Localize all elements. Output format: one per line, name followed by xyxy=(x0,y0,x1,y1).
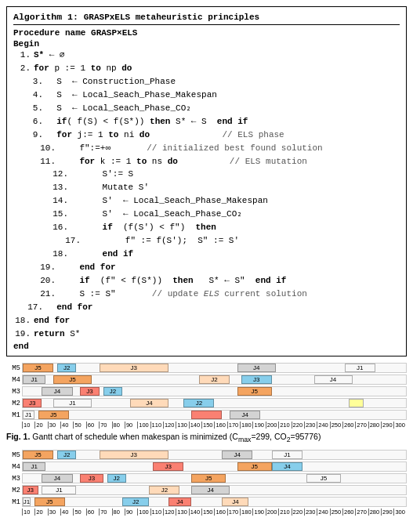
bar-j4: J4 xyxy=(168,498,191,506)
gantt-row-m5-2: M5 J5 J2 J3 J4 J1 xyxy=(6,450,407,461)
gantt-label-m5-2: M5 xyxy=(6,451,20,459)
bar-j2: J2 xyxy=(57,451,76,459)
bar-j2: J2 xyxy=(57,364,76,372)
bar-j2: J2 xyxy=(183,399,214,407)
bar-j3: J3 xyxy=(153,462,183,471)
gantt-bars-m2-1: J3 J1 J4 J2 xyxy=(22,398,407,408)
bar-j4: J4 xyxy=(42,474,72,483)
bar-j2: J2 xyxy=(103,387,122,396)
algorithm-box: Algorithm 1: GRASPxELS metaheuristic pri… xyxy=(6,6,407,356)
bar-j1: J1 xyxy=(23,411,34,419)
proc-label: Procedure name xyxy=(13,28,91,38)
algorithm-name: GRASPxELS metaheuristic principles xyxy=(84,13,259,22)
gantt-label-m1-2: M1 xyxy=(6,498,20,506)
bar-special xyxy=(349,399,364,407)
bar-j3: J3 xyxy=(241,375,272,384)
algo-line-3: 3. S ← Construction_Phase xyxy=(13,76,400,89)
gantt-bars-m4-2: J1 J5 J3 J4 xyxy=(22,461,407,472)
bar-j1: J1 xyxy=(23,462,45,471)
gantt-chart-1: M5 J5 J2 J3 J4 J1 M4 J1 J5 J2 J3 J4 M3 xyxy=(6,363,407,443)
gantt-bars-m5-2: J5 J2 J3 J4 J1 xyxy=(22,450,407,460)
bar-j5: J5 xyxy=(38,411,69,419)
gantt-label-m2: M2 xyxy=(6,400,20,407)
algo-line-14: 14. S′ ← Local_Seach_Phase_Makespan xyxy=(13,195,400,208)
gantt-bars-m3-1: J4 J3 J2 J5 xyxy=(22,386,407,396)
algo-line-9: 9. for j:= 1 to ni do // ELS phase xyxy=(13,129,400,142)
bar-j5: J5 xyxy=(23,364,53,372)
bar-j1: J1 xyxy=(23,498,31,506)
algo-line-6: 6. if( f(S) < f(S*)) then S* ← S end if xyxy=(13,116,400,128)
bar-j3: J3 xyxy=(100,451,168,459)
gantt-axis-2: 10 20 30 40 50 60 70 80 90 100 110 120 1… xyxy=(22,508,407,516)
bar-j1: J1 xyxy=(23,375,45,384)
algo-line-12: 12. S′:= S xyxy=(13,168,400,181)
bar-j5b: J5 xyxy=(306,474,341,483)
bar-j4: J4 xyxy=(230,411,260,419)
gantt-row-m4-1: M4 J1 J5 J2 J3 J4 xyxy=(6,375,407,385)
bar-j4: J4 xyxy=(42,387,72,396)
bar-j5: J5 xyxy=(34,498,65,506)
gantt-label-m4-2: M4 xyxy=(6,463,20,471)
bar-j3 xyxy=(191,411,222,419)
bar-j1: J1 xyxy=(345,364,375,372)
bar-j1: J1 xyxy=(53,399,92,407)
bar-j4: J4 xyxy=(130,399,168,407)
gantt-row-m3-1: M3 J4 J3 J2 J5 xyxy=(6,386,407,397)
gantt-row-m3-2: M3 J4 J3 J2 J5 J5 xyxy=(6,473,407,484)
gantt-label-m5: M5 xyxy=(6,364,20,372)
bar-j4b: J4 xyxy=(222,498,248,506)
algo-line-13: 13. Mutate S′ xyxy=(13,182,400,194)
algo-line-10: 10. f″:=+∞ // initialized best found sol… xyxy=(13,143,400,155)
algo-line-18a: 18. end if xyxy=(13,248,400,261)
gantt-label-m3-2: M3 xyxy=(6,475,20,483)
gantt-bars-m4-1: J1 J5 J2 J3 J4 xyxy=(22,375,407,385)
end-label: end xyxy=(13,342,400,351)
gantt-bars-m2-2: J3 J1 J2 J4 xyxy=(22,485,407,495)
algo-line-19a: 19. end for xyxy=(13,262,400,274)
gantt-chart-2: M5 J5 J2 J3 J4 J1 M4 J1 J5 J3 J4 M3 J4 xyxy=(6,450,407,516)
gantt-row-m5-1: M5 J5 J2 J3 J4 J1 xyxy=(6,363,407,374)
gantt-bars-m5-1: J5 J2 J3 J4 J1 xyxy=(22,363,407,373)
bar-j2: J2 xyxy=(149,486,179,494)
bar-j4: J4 xyxy=(222,451,252,459)
algo-line-11: 11. for k := 1 to ns do // ELS mutation xyxy=(13,156,400,168)
gantt-axis-1: 10 20 30 40 50 60 70 80 90 100 110 120 1… xyxy=(22,422,407,429)
bar-j3: J3 xyxy=(80,474,103,483)
bar-j4: J4 xyxy=(237,364,276,372)
algo-line-17a: 17. f″ := f(S′); S″ := S′ xyxy=(13,235,400,248)
bar-j4: J4 xyxy=(272,462,303,471)
algo-line-1: 1. S* ← ∅ xyxy=(13,49,400,62)
gantt-row-m1-2: M1 J1 J5 J2 J4 J4 xyxy=(6,497,407,508)
bar-j1: J1 xyxy=(42,486,76,494)
proc-name-val: GRASP×ELS xyxy=(91,28,137,38)
bar-j3: J3 xyxy=(80,387,99,396)
algo-line-5: 5. S ← Local_Seach_Phase_CO₂ xyxy=(13,103,400,115)
procedure-name: Procedure name GRASP×ELS xyxy=(13,28,400,38)
gantt-row-m2-2: M2 J3 J1 J2 J4 xyxy=(6,485,407,496)
fig1-caption: Fig. 1. Gantt chart of schedule when mak… xyxy=(6,432,407,443)
gantt-label-m4: M4 xyxy=(6,376,20,384)
algo-line-18b: 18. end for xyxy=(13,315,400,328)
gantt-label-m2-2: M2 xyxy=(6,487,20,494)
gantt-chart-2-container: M5 J5 J2 J3 J4 J1 M4 J1 J5 J3 J4 M3 J4 xyxy=(6,450,407,516)
bar-j4: J4 xyxy=(314,375,353,384)
gantt-row-m4-2: M4 J1 J5 J3 J4 xyxy=(6,461,407,472)
bar-j2: J2 xyxy=(122,498,149,506)
gantt-row-m2-1: M2 J3 J1 J4 J2 xyxy=(6,398,407,409)
algo-line-17b: 17. end for xyxy=(13,302,400,314)
algo-line-16: 16. if (f(S′) < f″) then xyxy=(13,222,400,234)
bar-j2: J2 xyxy=(107,474,126,483)
algo-line-19b: 19. return S* xyxy=(13,328,400,341)
gantt-chart-1-container: M5 J5 J2 J3 J4 J1 M4 J1 J5 J2 J3 J4 M3 xyxy=(6,363,407,429)
algorithm-title: Algorithm 1: GRASPxELS metaheuristic pri… xyxy=(13,12,400,25)
bar-j3: J3 xyxy=(23,486,38,494)
algo-line-21: 21. S := S″ // update ELS current soluti… xyxy=(13,288,400,301)
gantt-row-m1-1: M1 J1 J5 J4 xyxy=(6,410,407,421)
algo-line-15: 15. S′ ← Local_Seach_Phase_CO₂ xyxy=(13,208,400,221)
bar-j1: J1 xyxy=(272,451,303,459)
bar-j5: J5 xyxy=(237,462,272,471)
algorithm-label: Algorithm 1: xyxy=(13,12,78,22)
begin-label: Begin xyxy=(13,39,400,49)
bar-j4: J4 xyxy=(191,486,230,494)
algo-line-2: 2. for p := 1 to np do xyxy=(13,63,400,75)
